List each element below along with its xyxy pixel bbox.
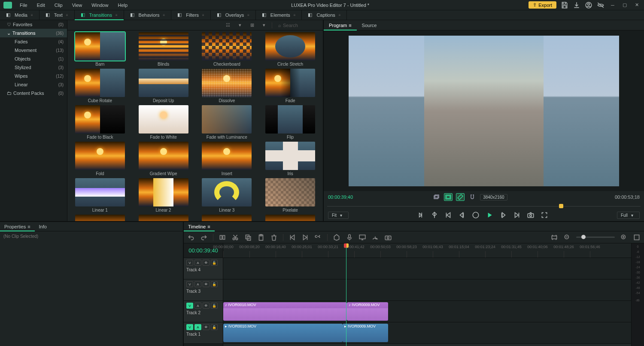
transition-item[interactable] [196, 215, 258, 221]
tab-text[interactable]: ◧Text≡ [39, 10, 75, 20]
track-lock-toggle[interactable]: 🔓 [211, 260, 218, 266]
maximize-button[interactable]: ▢ [621, 1, 629, 9]
camera-button[interactable] [384, 234, 392, 241]
sort-button[interactable]: ☷ [224, 22, 232, 29]
screen-record-button[interactable] [358, 234, 366, 241]
track-lane-track-1[interactable]: ▸IVOR0010.MOV▸IVOR0009.MOV [223, 322, 631, 344]
tab-transitions[interactable]: ◧Transitions≡ [75, 10, 124, 20]
track-video-toggle[interactable]: V [186, 324, 193, 330]
menu-help[interactable]: Help [113, 1, 132, 9]
track-lane-track-4[interactable] [223, 258, 631, 279]
preview-viewport[interactable] [324, 30, 644, 191]
menu-window[interactable]: Window [87, 1, 112, 9]
preview-scrubber[interactable] [327, 203, 641, 209]
sort-menu-icon[interactable]: ▾ [236, 22, 244, 29]
hamburger-icon[interactable]: ≡ [66, 13, 68, 17]
zoom-slider[interactable] [576, 237, 615, 238]
transition-fold[interactable]: Fold [69, 142, 131, 176]
track-audio-toggle[interactable]: A [194, 324, 201, 330]
go-start-button[interactable] [444, 211, 452, 219]
resolution-display[interactable]: 3840x2160 [480, 194, 507, 200]
marker-button[interactable] [333, 234, 340, 241]
track-head-track-4[interactable]: VA👁🔓Track 4 [184, 258, 223, 279]
transition-linear-1[interactable]: Linear 1 [69, 178, 131, 213]
download-icon[interactable] [573, 1, 580, 9]
sidebar-wipes[interactable]: Wipes(12) [0, 72, 67, 80]
hamburger-icon[interactable]: ≡ [202, 13, 204, 17]
tl-go-start-button[interactable] [289, 234, 296, 241]
sidebar-favorites[interactable]: ♡Favorites(0) [0, 20, 67, 29]
sidebar-content-packs[interactable]: 🗀Content Packs(0) [0, 89, 67, 97]
snapshot-button[interactable] [527, 211, 535, 219]
mark-in-button[interactable] [417, 211, 425, 219]
transition-pixelate[interactable]: Pixelate [259, 178, 321, 213]
timeline-ruler[interactable]: 00:00:00;0000:00:08;2000:00:16;4000:00:2… [223, 243, 631, 258]
next-frame-button[interactable] [499, 211, 507, 219]
hamburger-icon[interactable]: ≡ [294, 13, 296, 17]
hamburger-icon[interactable]: ≡ [247, 13, 249, 17]
transition-barn[interactable]: Barn [69, 32, 131, 67]
link-button[interactable] [314, 234, 322, 241]
track-audio-toggle[interactable]: A [194, 281, 201, 287]
copy-button[interactable] [244, 234, 252, 241]
transition-linear-3[interactable]: Linear 3 [196, 178, 258, 213]
track-visible-toggle[interactable]: 👁 [203, 260, 210, 266]
zoom-out-button[interactable] [563, 234, 571, 241]
zoom-in-button[interactable] [620, 234, 628, 241]
expand-tracks-button[interactable] [633, 234, 641, 241]
track-head-track-3[interactable]: VA👁🔓Track 3 [184, 279, 223, 301]
cut-button[interactable] [231, 234, 239, 241]
track-visible-toggle[interactable]: 👁 [203, 281, 210, 287]
menu-view[interactable]: View [68, 1, 87, 9]
transition-flip[interactable]: Flip [259, 105, 321, 140]
transition-linear-2[interactable]: Linear 2 [133, 178, 194, 213]
track-video-toggle[interactable]: V [186, 281, 193, 287]
clip-ivor0009-mov[interactable]: ▸IVOR0009.MOV [343, 324, 388, 342]
visibility-icon[interactable] [597, 1, 605, 9]
clip-ivor0010-mov[interactable]: ▸IVOR0010.MOV [223, 324, 343, 342]
track-visible-toggle[interactable]: 👁 [203, 324, 210, 330]
mic-button[interactable] [346, 234, 353, 241]
play-button[interactable] [486, 211, 493, 219]
sidebar-movement[interactable]: Movement(13) [0, 46, 67, 55]
track-lock-toggle[interactable]: 🔓 [211, 303, 218, 309]
paste-button[interactable] [257, 234, 265, 241]
split-button[interactable] [219, 234, 226, 241]
transition-iris[interactable]: Iris [259, 142, 321, 176]
save-icon[interactable] [561, 1, 568, 9]
transition-checkerboard[interactable]: Checkerboard [196, 32, 258, 67]
fullscreen-button[interactable] [541, 211, 548, 219]
ruler-toggle-button[interactable] [456, 193, 465, 201]
export-button[interactable]: ⇪ Export [529, 1, 556, 9]
scrubber-handle[interactable] [559, 204, 563, 208]
tab-media[interactable]: ◧Media≡ [0, 10, 39, 20]
menu-file[interactable]: File [15, 1, 32, 9]
magnet-icon[interactable] [468, 193, 477, 201]
track-video-toggle[interactable]: V [186, 303, 193, 309]
transition-deposit-up[interactable]: Deposit Up [133, 69, 194, 103]
zoom-fit-select[interactable]: Fit▾ [328, 212, 349, 219]
props-tab-info[interactable]: Info [35, 222, 51, 231]
menu-edit[interactable]: Edit [33, 1, 49, 9]
transition-dissolve[interactable]: Dissolve [196, 69, 258, 103]
menu-clip[interactable]: Clip [50, 1, 67, 9]
track-video-toggle[interactable]: V [186, 260, 193, 266]
hamburger-icon[interactable]: ≡ [27, 224, 30, 229]
view-grid-button[interactable]: ⊞ [248, 22, 256, 29]
transition-fade-to-black[interactable]: Fade to Black [69, 105, 131, 140]
close-button[interactable]: ✕ [633, 1, 641, 9]
track-lane-track-2[interactable]: ♪IVOR0010.MOV♪IVOR0009.MOV [223, 301, 631, 322]
preview-tab-program[interactable]: Program≡ [324, 20, 357, 30]
props-tab-properties[interactable]: Properties≡ [0, 222, 35, 231]
delete-button[interactable] [270, 234, 278, 241]
transition-fade-with-luminance[interactable]: Fade with Luminance [196, 105, 258, 140]
sidebar-linear[interactable]: Linear(3) [0, 80, 67, 89]
minimize-button[interactable]: ─ [609, 1, 617, 9]
track-visible-toggle[interactable]: 👁 [203, 303, 210, 309]
transition-circle-stretch[interactable]: Circle Stretch [259, 32, 321, 67]
transition-fade-to-white[interactable]: Fade to White [133, 105, 194, 140]
sidebar-fades[interactable]: Fades(4) [0, 37, 67, 46]
tl-go-end-button[interactable] [301, 234, 309, 241]
transition-item[interactable] [133, 215, 194, 221]
zoom-fit-button[interactable] [550, 234, 558, 241]
